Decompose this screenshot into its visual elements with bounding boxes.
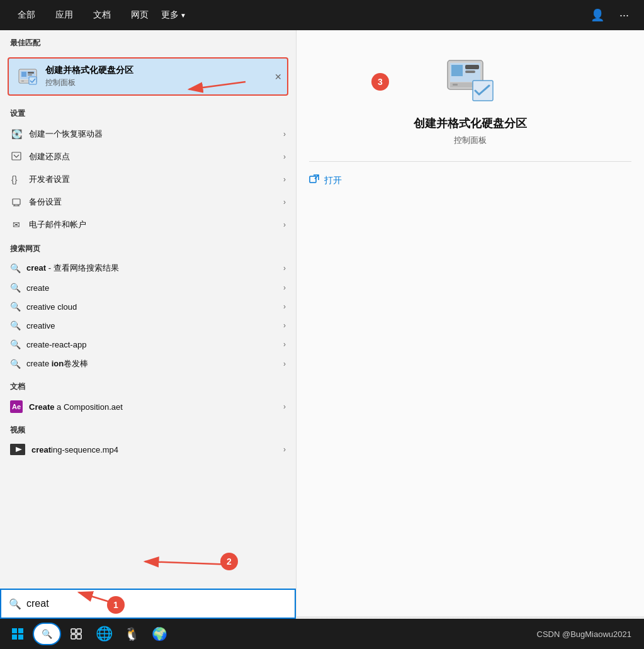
svg-rect-30 [77, 629, 81, 633]
chevron-right-icon-1: › [283, 152, 286, 161]
docs-label: 文档 [0, 374, 296, 396]
svg-rect-29 [71, 629, 76, 633]
web-item-4[interactable]: 🔍 create-react-app › [0, 335, 296, 354]
svg-rect-7 [29, 77, 37, 84]
svg-rect-26 [18, 628, 23, 633]
best-match-text: 创建并格式化硬盘分区 控制面板 [45, 65, 280, 88]
email-accounts-icon: ✉ [10, 218, 23, 231]
nav-tab-web[interactable]: 网页 [123, 6, 156, 25]
svg-rect-32 [77, 635, 81, 639]
web-item-3[interactable]: 🔍 creative › [0, 316, 296, 335]
web-item-2-label: creative cloud [26, 302, 277, 312]
web-item-2[interactable]: 🔍 creative cloud › [0, 297, 296, 316]
settings-label: 设置 [0, 101, 296, 123]
svg-rect-10 [12, 152, 21, 160]
doc-item-0[interactable]: Ae Create a Composition.aet › [0, 396, 296, 417]
svg-rect-3 [21, 72, 26, 77]
detail-divider [309, 161, 631, 162]
nav-profile-icon[interactable]: 👤 [585, 6, 609, 25]
svg-rect-6 [21, 81, 24, 82]
restore-point-icon [10, 150, 23, 163]
search-icon-5: 🔍 [10, 359, 20, 369]
settings-item-0-label: 创建一个恢复驱动器 [29, 128, 277, 140]
app-icon-3[interactable]: 🌍 [147, 621, 172, 646]
detail-subtitle: 控制面板 [454, 135, 487, 146]
search-bar[interactable]: 🔍 [0, 589, 296, 619]
svg-rect-18 [451, 65, 463, 76]
svg-rect-31 [71, 635, 76, 639]
nav-more-options-icon[interactable]: ··· [614, 6, 634, 25]
close-icon[interactable]: ✕ [274, 72, 282, 82]
taskbar-search-icon: 🔍 [42, 629, 52, 639]
task-view-button[interactable] [64, 621, 89, 646]
svg-rect-27 [12, 635, 17, 640]
svg-rect-21 [453, 84, 458, 86]
detail-title: 创建并格式化硬盘分区 [414, 116, 527, 131]
svg-rect-28 [18, 635, 23, 640]
settings-item-3-label: 备份设置 [29, 196, 277, 208]
aftereffects-icon: Ae [10, 400, 23, 413]
taskbar-right-text: CSDN @BugMiaowu2021 [529, 629, 640, 639]
app-icon-2[interactable]: 🐧 [119, 621, 144, 646]
chevron-right-icon-web-4: › [283, 340, 286, 349]
video-file-icon [10, 444, 25, 455]
chevron-right-icon-web-1: › [283, 283, 286, 292]
web-item-1-label: create [26, 283, 277, 293]
chrome-icon[interactable]: 🌐 [91, 621, 116, 646]
search-icon-2: 🔍 [10, 302, 20, 312]
detail-open-button[interactable]: 打开 [309, 172, 342, 189]
svg-line-24 [315, 175, 319, 179]
svg-rect-12 [13, 199, 20, 205]
videos-label: 视频 [0, 417, 296, 439]
svg-rect-25 [12, 628, 17, 633]
settings-item-2-label: 开发者设置 [29, 174, 277, 185]
web-search-label: 搜索网页 [0, 236, 296, 258]
chevron-right-icon-3: › [283, 198, 286, 206]
chevron-right-icon-0: › [283, 130, 286, 138]
search-bar-icon: 🔍 [9, 598, 21, 610]
web-item-5[interactable]: 🔍 create ion卷发棒 › [0, 354, 296, 374]
nav-tab-all[interactable]: 全部 [10, 6, 43, 25]
nav-tab-apps[interactable]: 应用 [48, 6, 81, 25]
top-nav: 全部 应用 文档 网页 更多 ▼ 👤 ··· [0, 0, 644, 30]
chevron-right-icon-web-2: › [283, 302, 286, 311]
best-match-title: 创建并格式化硬盘分区 [45, 65, 280, 76]
chevron-right-icon-4: › [283, 220, 286, 229]
search-icon-4: 🔍 [10, 339, 20, 349]
settings-item-3[interactable]: 备份设置 › [0, 191, 296, 213]
settings-item-1[interactable]: 创建还原点 › [0, 145, 296, 168]
settings-item-1-label: 创建还原点 [29, 151, 277, 162]
nav-more-button[interactable]: 更多 ▼ [161, 9, 186, 21]
svg-rect-5 [28, 74, 32, 76]
web-item-1[interactable]: 🔍 create › [0, 278, 296, 297]
detail-panel: 创建并格式化硬盘分区 控制面板 打开 [296, 30, 644, 616]
svg-rect-20 [465, 71, 475, 73]
settings-item-4-label: 电子邮件和帐户 [29, 219, 277, 230]
taskbar: 🔍 🌐 🐧 🌍 CSDN @BugMiaowu2021 [0, 619, 644, 649]
settings-item-2[interactable]: {} 开发者设置 › [0, 168, 296, 191]
open-icon [309, 174, 319, 187]
settings-item-4[interactable]: ✉ 电子邮件和帐户 › [0, 213, 296, 236]
taskbar-search-bar[interactable]: 🔍 [33, 623, 61, 645]
chevron-right-icon-2: › [283, 175, 286, 184]
chevron-right-icon-vid-0: › [283, 445, 286, 454]
developer-settings-icon: {} [10, 173, 23, 186]
video-item-0[interactable]: creating-sequence.mp4 › [0, 439, 296, 460]
search-input[interactable] [26, 598, 287, 609]
nav-tab-docs[interactable]: 文档 [86, 6, 118, 25]
web-item-3-label: creative [26, 321, 277, 330]
search-icon-0: 🔍 [10, 263, 20, 273]
results-panel: 最佳匹配 创建并格式化硬盘分区 控制面板 ✕ 设置 [0, 30, 296, 616]
web-item-5-label: create ion卷发棒 [26, 358, 277, 370]
doc-item-0-label: Create a Composition.aet [29, 402, 277, 412]
best-match-item[interactable]: 创建并格式化硬盘分区 控制面板 ✕ [8, 57, 288, 96]
svg-rect-4 [28, 72, 34, 74]
web-item-0[interactable]: 🔍 creat - 查看网络搜索结果 › [0, 258, 296, 278]
chevron-right-icon-web-0: › [283, 264, 286, 273]
best-match-subtitle: 控制面板 [45, 77, 280, 88]
start-button[interactable] [5, 621, 30, 646]
best-match-item-icon [16, 65, 39, 88]
svg-text:{}: {} [11, 174, 18, 184]
open-label: 打开 [324, 175, 342, 186]
settings-item-0[interactable]: 💽 创建一个恢复驱动器 › [0, 123, 296, 145]
